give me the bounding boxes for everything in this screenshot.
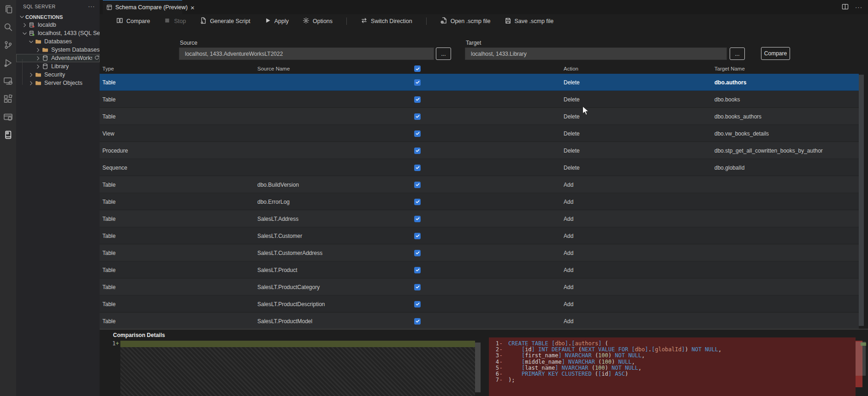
cell-include bbox=[413, 125, 422, 142]
sql-tools-icon[interactable] bbox=[0, 108, 16, 126]
table-row[interactable]: ViewDeletedbo.vw_books_details bbox=[100, 125, 859, 142]
cell-action: Delete bbox=[564, 108, 711, 125]
include-checkbox[interactable] bbox=[414, 148, 421, 154]
extensions-icon[interactable] bbox=[0, 90, 16, 108]
split-editor-icon[interactable] bbox=[842, 3, 849, 12]
diff-left-scrollbar[interactable] bbox=[475, 343, 481, 392]
include-checkbox[interactable] bbox=[414, 182, 421, 188]
grid-scrollbar[interactable] bbox=[859, 75, 864, 326]
cell-source-name: SalesLT.Product bbox=[257, 261, 410, 278]
cell-include bbox=[413, 261, 422, 278]
indent-guide bbox=[22, 59, 23, 85]
table-row[interactable]: TableSalesLT.CustomerAddressAdd bbox=[100, 244, 859, 261]
table-row[interactable]: TableSalesLT.CustomerAdd bbox=[100, 227, 859, 244]
apply-button[interactable]: Apply bbox=[264, 17, 289, 25]
compare-button[interactable]: Compare bbox=[116, 17, 150, 25]
include-checkbox[interactable] bbox=[414, 233, 421, 239]
table-row[interactable]: SequenceDeletedbo.globalId bbox=[100, 159, 859, 176]
explorer-icon[interactable] bbox=[0, 0, 16, 18]
tree-item-localhost-1433-sql-serv[interactable]: localhost, 1433 (SQL Serv... bbox=[16, 29, 100, 37]
source-input[interactable]: localhost, 1433.AdventureWorksLT2022 bbox=[179, 47, 434, 60]
diff-right-code: 1-CREATE TABLE [dbo].[authors] (2- [id] … bbox=[489, 341, 856, 383]
include-checkbox[interactable] bbox=[414, 79, 421, 86]
options-button[interactable]: Options bbox=[303, 17, 333, 25]
include-checkbox[interactable] bbox=[414, 113, 421, 120]
table-row[interactable]: TableSalesLT.ProductDescriptionAdd bbox=[100, 296, 859, 313]
target-input[interactable]: localhost, 1433.Library bbox=[465, 47, 727, 60]
include-checkbox[interactable] bbox=[414, 267, 421, 273]
search-icon[interactable] bbox=[0, 18, 16, 36]
tree-item-security[interactable]: Security bbox=[16, 71, 100, 79]
target-browse-button[interactable]: ... bbox=[730, 47, 745, 60]
table-row[interactable]: ProcedureDeletedbo.stp_get_all_cowritten… bbox=[100, 142, 859, 159]
table-row[interactable]: TableSalesLT.ProductModelAdd bbox=[100, 313, 859, 330]
chevron-down-icon[interactable] bbox=[27, 38, 35, 45]
include-checkbox[interactable] bbox=[414, 165, 421, 171]
cell-action: Delete bbox=[564, 91, 711, 108]
include-checkbox[interactable] bbox=[414, 250, 421, 256]
cell-action: Delete bbox=[564, 142, 711, 159]
generate-script-button[interactable]: Generate Script bbox=[200, 17, 250, 25]
compare-button[interactable]: Compare bbox=[761, 47, 790, 60]
chevron-right-icon[interactable] bbox=[34, 54, 42, 62]
cell-type: Table bbox=[102, 193, 255, 210]
column-action[interactable]: Action bbox=[564, 64, 711, 74]
column-type[interactable]: Type bbox=[102, 64, 255, 74]
code-text: ); bbox=[503, 377, 515, 383]
ruler-scrollbar[interactable] bbox=[856, 342, 866, 376]
cell-include bbox=[413, 176, 422, 193]
tree-item-server-objects[interactable]: Server Objects bbox=[16, 79, 100, 87]
more-actions-icon[interactable]: ··· bbox=[855, 4, 862, 11]
chevron-right-icon[interactable] bbox=[27, 71, 35, 78]
table-row[interactable]: TableDeletedbo.books bbox=[100, 91, 859, 108]
table-row[interactable]: TableDeletedbo.books_authors bbox=[100, 108, 859, 125]
column-source-name[interactable]: Source Name bbox=[257, 64, 410, 74]
select-all-checkbox[interactable] bbox=[414, 65, 421, 72]
tree-root-connections[interactable]: CONNECTIONS bbox=[16, 13, 100, 21]
source-browse-button[interactable]: ... bbox=[436, 47, 451, 60]
include-checkbox[interactable] bbox=[414, 130, 421, 137]
cell-source-name bbox=[257, 142, 410, 159]
table-row[interactable]: TableSalesLT.ProductAdd bbox=[100, 261, 859, 278]
table-row[interactable]: TableSalesLT.AddressAdd bbox=[100, 210, 859, 227]
table-row[interactable]: Tabledbo.ErrorLogAdd bbox=[100, 193, 859, 210]
include-checkbox[interactable] bbox=[414, 96, 421, 103]
close-icon[interactable]: × bbox=[190, 4, 195, 11]
include-checkbox[interactable] bbox=[414, 301, 421, 307]
tree-item-label: System Databases bbox=[51, 47, 100, 53]
chevron-right-icon[interactable] bbox=[34, 63, 42, 70]
remote-explorer-icon[interactable] bbox=[0, 72, 16, 90]
table-row[interactable]: Tabledbo.BuildVersionAdd bbox=[100, 176, 859, 193]
chevron-down-icon[interactable] bbox=[21, 30, 28, 37]
tree-item-label: AdventureWorksLT... bbox=[51, 55, 92, 61]
header-checkbox[interactable] bbox=[413, 64, 422, 74]
cell-include bbox=[413, 313, 422, 330]
chevron-right-icon[interactable] bbox=[21, 21, 28, 29]
tree-item-system-databases[interactable]: System Databases bbox=[16, 46, 100, 54]
table-row[interactable]: TableDeletedbo.authors bbox=[100, 74, 859, 91]
include-checkbox[interactable] bbox=[414, 216, 421, 222]
cell-source-name bbox=[257, 159, 410, 176]
open-scmp-file-button[interactable]: Open .scmp file bbox=[440, 17, 491, 25]
include-checkbox[interactable] bbox=[414, 199, 421, 205]
sql-server-icon[interactable] bbox=[0, 126, 16, 144]
tree-item-localdb[interactable]: localdb bbox=[16, 21, 100, 29]
column-target-name[interactable]: Target Name bbox=[714, 64, 858, 74]
include-checkbox[interactable] bbox=[414, 284, 421, 290]
run-debug-icon[interactable] bbox=[0, 54, 16, 72]
tree-item-databases[interactable]: Databases bbox=[16, 37, 100, 46]
include-checkbox[interactable] bbox=[414, 318, 421, 325]
table-row[interactable]: TableSalesLT.ProductCategoryAdd bbox=[100, 278, 859, 296]
tree-item-adventureworkslt[interactable]: AdventureWorksLT... bbox=[16, 54, 100, 62]
save-scmp-file-button[interactable]: Save .scmp file bbox=[505, 17, 554, 25]
chevron-right-icon[interactable] bbox=[27, 79, 35, 87]
cell-target-name bbox=[714, 261, 858, 278]
switch-direction-button[interactable]: Switch Direction bbox=[361, 17, 412, 25]
cell-target-name bbox=[714, 278, 858, 296]
chevron-right-icon[interactable] bbox=[34, 46, 42, 53]
cell-source-name: SalesLT.Customer bbox=[257, 227, 410, 244]
source-control-icon[interactable] bbox=[0, 36, 16, 54]
sidebar-more-icon[interactable]: ··· bbox=[88, 3, 95, 10]
tab-schema-compare[interactable]: Schema Compare (Preview) × bbox=[103, 0, 182, 14]
tree-item-library[interactable]: Library bbox=[16, 62, 100, 71]
